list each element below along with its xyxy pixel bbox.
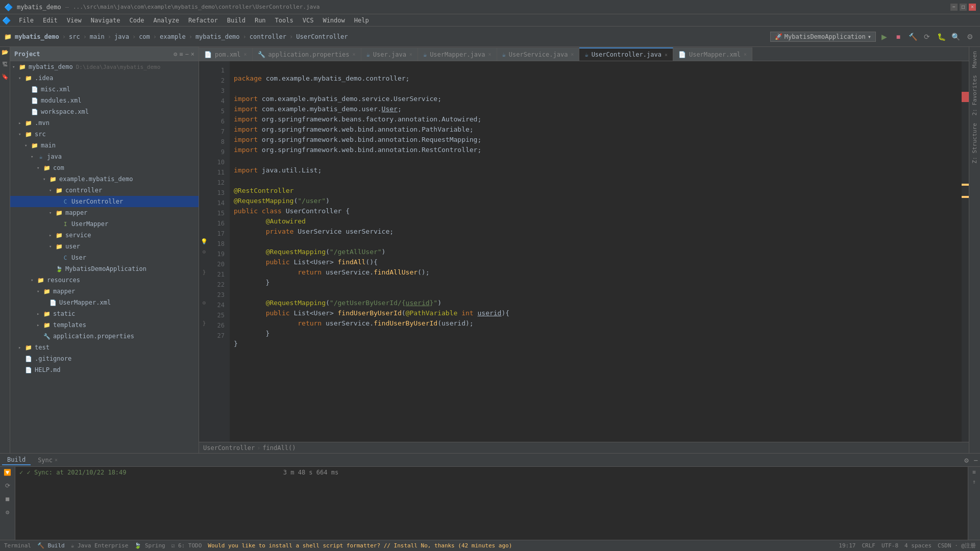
build-restart-icon[interactable]: ⟳: [3, 482, 13, 492]
tree-mapper[interactable]: ▾ 📁 mapper: [10, 207, 199, 218]
line-ending[interactable]: CRLF: [862, 542, 875, 549]
tree-usermapper[interactable]: I UserMapper: [10, 218, 199, 230]
todo-tab[interactable]: ☑ 6: TODO: [172, 542, 202, 549]
code-content[interactable]: package com.example.mybatis_demo.control…: [230, 61, 962, 442]
tree-src[interactable]: ▾ 📁 src: [10, 129, 199, 140]
menu-analyze[interactable]: Analyze: [149, 16, 183, 25]
build-stop-icon[interactable]: ■: [3, 495, 13, 506]
tree-idea-folder[interactable]: ▾ 📁 .idea: [10, 72, 199, 84]
panel-expand-icon[interactable]: ×: [191, 51, 194, 58]
build-tab-status[interactable]: 🔨 Build: [37, 542, 65, 549]
panel-close-icon[interactable]: −: [185, 51, 189, 58]
tree-resources[interactable]: ▾ 📁 resources: [10, 274, 199, 286]
menu-vcs[interactable]: VCS: [299, 16, 318, 25]
tree-workspace-xml[interactable]: 📄 workspace.xml: [10, 106, 199, 117]
menu-build[interactable]: Build: [223, 16, 250, 25]
tab-pom-xml-close[interactable]: ×: [244, 52, 247, 57]
bottom-right-icon2[interactable]: ⇑: [972, 479, 976, 485]
bottom-right-icon1[interactable]: ≡: [972, 469, 976, 475]
run-config-selector[interactable]: 🚀 MybatisDemoApplication ▾: [770, 32, 876, 42]
debug-btn[interactable]: 🐛: [935, 31, 947, 43]
tree-gitignore[interactable]: 📄 .gitignore: [10, 353, 199, 364]
bottom-tab-sync[interactable]: Sync ×: [33, 456, 63, 465]
bookmarks-icon[interactable]: 🔖: [1, 73, 9, 82]
panel-gear-icon[interactable]: ≡: [179, 51, 183, 58]
run-btn[interactable]: ▶: [878, 31, 890, 43]
tree-example[interactable]: ▾ 📁 example.mybatis_demo: [10, 173, 199, 185]
tree-helpmd[interactable]: 📄 HELP.md: [10, 364, 199, 375]
bottom-tab-build[interactable]: Build: [2, 455, 31, 465]
menu-window[interactable]: Window: [318, 16, 349, 25]
breadcrumb-class[interactable]: UserController: [203, 444, 255, 452]
tree-root[interactable]: ▾ 📁 mybatis_demo D:\idea\Java\mybatis_de…: [10, 61, 199, 72]
tree-modules-xml[interactable]: 📄 modules.xml: [10, 95, 199, 106]
tree-com[interactable]: ▾ 📁 com: [10, 162, 199, 173]
tab-app-props-close[interactable]: ×: [353, 52, 356, 57]
indent-size[interactable]: 4 spaces: [904, 542, 932, 549]
tab-userservice-java[interactable]: ☕ UserService.java ×: [497, 47, 580, 61]
tree-service[interactable]: ▸ 📁 service: [10, 230, 199, 241]
tree-usercontroller[interactable]: C UserController: [10, 196, 199, 207]
sync-tab-close[interactable]: ×: [55, 457, 58, 463]
bottom-panel-close[interactable]: −: [974, 456, 978, 464]
build-btn[interactable]: 🔨: [906, 31, 919, 43]
build-filter-icon[interactable]: 🔽: [3, 469, 13, 479]
breadcrumb-method[interactable]: findAll(): [262, 444, 296, 452]
tree-app-properties[interactable]: 🔧 application.properties: [10, 331, 199, 342]
menu-view[interactable]: View: [63, 16, 86, 25]
tree-test[interactable]: ▸ 📁 test: [10, 342, 199, 353]
java-enterprise-tab[interactable]: ☕ Java Enterprise: [71, 542, 129, 549]
menu-refactor[interactable]: Refactor: [184, 16, 222, 25]
menu-tools[interactable]: Tools: [271, 16, 298, 25]
search-everywhere-btn[interactable]: 🔍: [949, 31, 962, 43]
menu-edit[interactable]: Edit: [39, 16, 62, 25]
panel-settings-icon[interactable]: ⚙: [174, 51, 177, 58]
encoding[interactable]: UTF-8: [881, 542, 898, 549]
sidebar-maven[interactable]: Maven: [969, 48, 980, 71]
structure-icon[interactable]: 🏗: [1, 61, 9, 69]
menu-run[interactable]: Run: [251, 16, 270, 25]
project-view-icon[interactable]: 📂: [1, 49, 9, 57]
sidebar-favorites[interactable]: 2: Favorites: [969, 72, 980, 118]
tab-usercontroller-java[interactable]: ☕ UserController.java ×: [579, 47, 673, 61]
tree-app[interactable]: 🍃 MybatisDemoApplication: [10, 263, 199, 274]
build-settings-icon[interactable]: ⚙: [3, 509, 13, 519]
tab-usermapper-java[interactable]: ☕ UserMapper.java ×: [418, 47, 497, 61]
stop-btn[interactable]: ■: [892, 31, 904, 43]
tab-usermapper-java-close[interactable]: ×: [488, 52, 492, 57]
cursor-position[interactable]: 19:17: [839, 542, 855, 549]
menu-navigate[interactable]: Navigate: [87, 16, 125, 25]
menu-file[interactable]: File: [15, 16, 38, 25]
spring-tab[interactable]: 🍃 Spring: [134, 542, 165, 549]
tree-misc-xml[interactable]: 📄 misc.xml: [10, 84, 199, 95]
sidebar-structure[interactable]: Z: Structure: [969, 120, 980, 166]
tab-usercontroller-java-close[interactable]: ×: [665, 52, 668, 58]
maximize-btn[interactable]: □: [960, 4, 967, 11]
tab-user-java[interactable]: ☕ User.java ×: [361, 47, 418, 61]
code-editor[interactable]: 💡 ⊙ } ⊙ } 12345 678910 1112131415: [199, 61, 969, 442]
settings-btn[interactable]: ⚙: [964, 31, 976, 43]
tab-userservice-java-close[interactable]: ×: [571, 52, 574, 57]
tree-res-mapper[interactable]: ▾ 📁 mapper: [10, 286, 199, 297]
terminal-tab[interactable]: Terminal: [4, 542, 31, 549]
tree-static[interactable]: ▸ 📁 static: [10, 308, 199, 319]
tree-main[interactable]: ▾ 📁 main: [10, 140, 199, 151]
minimize-btn[interactable]: −: [950, 4, 958, 11]
tab-usermapper-xml[interactable]: 📄 UserMapper.xml ×: [673, 47, 752, 61]
tree-usermapper-xml[interactable]: 📄 UserMapper.xml: [10, 297, 199, 308]
tab-usermapper-xml-close[interactable]: ×: [744, 52, 747, 57]
tab-pom-xml[interactable]: 📄 pom.xml ×: [199, 47, 253, 61]
tree-user-class[interactable]: C User: [10, 252, 199, 263]
tree-user-folder[interactable]: ▾ 📁 user: [10, 241, 199, 252]
tree-controller[interactable]: ▾ 📁 controller: [10, 185, 199, 196]
tab-user-java-close[interactable]: ×: [409, 52, 412, 57]
menu-code[interactable]: Code: [126, 16, 149, 25]
close-btn[interactable]: ×: [969, 4, 976, 11]
tree-java[interactable]: ▾ ☕ java: [10, 151, 199, 162]
bottom-panel-settings[interactable]: ⚙: [964, 456, 968, 464]
sync-btn[interactable]: ⟳: [921, 31, 933, 43]
tab-app-props[interactable]: 🔧 application.properties ×: [253, 47, 361, 61]
tree-mvn[interactable]: ▸ 📁 .mvn: [10, 117, 199, 129]
tree-templates[interactable]: ▸ 📁 templates: [10, 319, 199, 331]
menu-help[interactable]: Help: [350, 16, 373, 25]
